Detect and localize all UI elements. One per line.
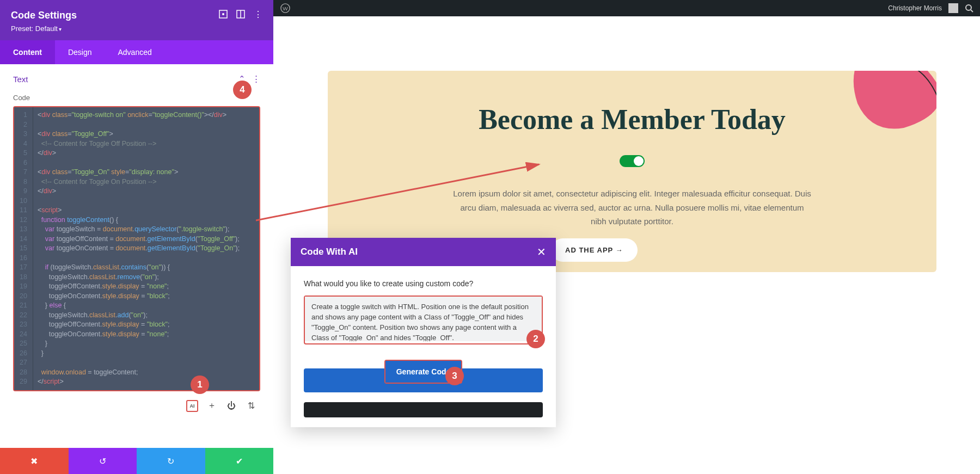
sort-icon[interactable]: ⇅ (245, 400, 257, 412)
modal-title: Code With AI (301, 247, 358, 257)
annotation-badge-1: 1 (191, 375, 209, 394)
code-with-ai-modal: Code With AI ✕ What would you like to cr… (291, 238, 556, 427)
svg-point-1 (222, 13, 224, 15)
avatar[interactable] (948, 3, 958, 13)
hero-title: Become a Member Today (360, 103, 904, 136)
preset-selector[interactable]: Preset: Default▾ (11, 24, 262, 33)
redo-button[interactable]: ↻ (137, 448, 205, 474)
annotation-badge-3: 3 (445, 367, 464, 385)
tab-design[interactable]: Design (55, 40, 105, 64)
undo-button[interactable]: ↺ (69, 448, 137, 474)
section-title-label: Text (13, 75, 28, 84)
add-icon[interactable]: ＋ (206, 400, 218, 412)
annotation-badge-2: 2 (526, 330, 545, 348)
layout-icon[interactable] (236, 10, 245, 19)
prompt-textarea[interactable] (305, 297, 542, 341)
decorative-shape (844, 71, 936, 133)
code-editor[interactable]: 1234567891011121314151617181920212223242… (14, 107, 259, 390)
kebab-icon[interactable]: ⋮ (254, 10, 262, 19)
caret-down-icon: ▾ (59, 26, 62, 32)
settings-sidebar: Code Settings Preset: Default▾ ⋮ Content… (0, 0, 273, 474)
svg-line-7 (971, 10, 973, 12)
svg-point-6 (966, 5, 971, 10)
code-content[interactable]: <div class="toggle-switch on" onclick="t… (33, 107, 259, 390)
panel-footer: ✖ ↺ ↻ ✔ (0, 448, 273, 474)
prompt-textarea-highlight (304, 296, 543, 344)
close-icon[interactable]: ✕ (537, 245, 546, 258)
modal-header: Code With AI ✕ (291, 238, 556, 266)
tab-content[interactable]: Content (0, 40, 55, 64)
save-button[interactable]: ✔ (205, 448, 274, 474)
ai-button[interactable]: AI (186, 400, 198, 412)
wordpress-admin-bar[interactable]: W Christopher Morris (273, 0, 980, 16)
tab-advanced[interactable]: Advanced (105, 40, 164, 64)
text-section: Text ⌃ ⋮ (0, 64, 273, 88)
code-output-preview (304, 402, 543, 417)
wordpress-logo-icon[interactable]: W (280, 3, 291, 14)
power-icon[interactable]: ⏻ (225, 400, 237, 412)
section-kebab-icon[interactable]: ⋮ (252, 74, 260, 84)
panel-header: Code Settings Preset: Default▾ ⋮ (0, 0, 273, 40)
cancel-button[interactable]: ✖ (0, 448, 69, 474)
settings-tabs: Content Design Advanced (0, 40, 273, 64)
modal-prompt-label: What would you like to create using cust… (304, 279, 543, 288)
hero-description: Lorem ipsum dolor sit amet, consectetur … (452, 187, 812, 229)
wp-user-name[interactable]: Christopher Morris (888, 4, 942, 12)
target-icon[interactable] (219, 10, 228, 19)
toggle-knob (634, 156, 644, 166)
toggle-switch[interactable] (620, 155, 645, 167)
code-toolbar: AI ＋ ⏻ ⇅ (0, 397, 273, 417)
line-number-gutter: 1234567891011121314151617181920212223242… (14, 107, 33, 390)
code-editor-highlight: 1234567891011121314151617181920212223242… (13, 106, 260, 391)
download-app-button[interactable]: AD THE APP → (551, 238, 638, 262)
annotation-badge-4: 4 (233, 81, 252, 99)
svg-text:W: W (283, 5, 288, 11)
search-icon[interactable] (965, 4, 973, 13)
